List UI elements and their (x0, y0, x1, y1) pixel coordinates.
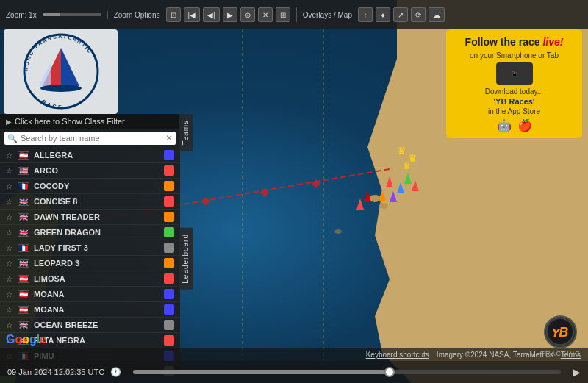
team-list-item[interactable]: ☆ 🇬🇧 OCEAN BREEZE (0, 318, 180, 333)
leaderboard-tab[interactable]: Leaderboard (179, 228, 193, 290)
team-star: ☆ (6, 167, 13, 175)
team-star: ☆ (6, 151, 13, 160)
overlay-btn4[interactable]: ⟳ (411, 7, 426, 22)
rorc-logo: RORC TRANSATLANTIC RACE (4, 29, 118, 114)
team-flag: 🇬🇧 (18, 198, 29, 206)
team-list-item[interactable]: ☆ 🇫🇷 COCODY (0, 179, 180, 194)
team-flag: 🇬🇧 (18, 259, 29, 268)
zoom-in-btn[interactable]: |◀ (184, 7, 201, 22)
team-star: ☆ (6, 244, 13, 252)
android-icon: 🤖 (497, 118, 512, 132)
team-flag: 🇫🇷 (18, 244, 29, 252)
team-name: OCEAN BREEZE (34, 321, 159, 329)
overlays-section: Overlays / Map ↑ ♦ ↗ ⟳ ☁ (303, 7, 451, 22)
team-name: DAWN TREADER (34, 212, 159, 221)
zoom-prev-btn[interactable]: ◀| (203, 7, 220, 22)
timeline-thumb (384, 367, 395, 377)
team-flag: 🇬🇧 (18, 213, 29, 221)
team-list-item[interactable]: ☆ 🇦🇹 LIMOSA (0, 271, 180, 287)
zoom-add-btn[interactable]: ⊕ (240, 7, 255, 22)
team-list-item[interactable]: ☆ 🇫🇷 LADY FIRST 3 (0, 240, 180, 256)
ad-banner: Follow the race live! on your Smartphone… (446, 29, 582, 138)
team-star: ☆ (6, 229, 13, 237)
svg-text:ʏB: ʏB (551, 325, 569, 340)
team-list-item[interactable]: ☆ 🇦🇹 MOANA (0, 287, 180, 302)
team-list-item[interactable]: ☆ 🇬🇧 LEOPARD 3 (0, 256, 180, 271)
overlay-btn5[interactable]: ☁ (429, 7, 445, 22)
team-flag: 🇬🇧 (18, 321, 29, 329)
team-color-swatch (164, 150, 174, 160)
team-star: ☆ (6, 306, 13, 314)
chevron-icon: ▶ (6, 118, 12, 126)
team-list-item[interactable]: ☆ 🇬🇧 GREEN DRAGON (0, 225, 180, 240)
team-color-swatch (164, 243, 174, 253)
team-star: ☆ (6, 290, 13, 298)
team-name: PATA NEGRA (34, 336, 159, 345)
team-color-swatch (164, 227, 174, 237)
team-flag: 🇺🇸 (18, 167, 29, 175)
search-icon: 🔍 (7, 134, 18, 143)
overlays-label: Overlays / Map (303, 11, 352, 19)
clock-icon: 🕐 (110, 367, 121, 377)
team-color-swatch (164, 273, 174, 284)
zoom-fit-btn[interactable]: ⊡ (166, 7, 181, 22)
rorc-svg: RORC TRANSATLANTIC RACE (10, 33, 112, 110)
ad-app-name: 'YB Races' (453, 97, 575, 106)
team-color-swatch (164, 258, 174, 268)
teams-tab[interactable]: Teams (179, 114, 193, 151)
overlay-btn1[interactable]: ↑ (358, 7, 373, 22)
team-list-item[interactable]: ☆ 🇺🇸 ARGO (0, 163, 180, 179)
search-input[interactable] (21, 134, 162, 143)
ad-store-icons: 🤖 🍎 (453, 118, 575, 132)
team-color-swatch (164, 165, 174, 176)
team-flag: 🇦🇹 (18, 151, 29, 160)
imagery-credit: Imagery ©2024 NASA, TerraMetrics (437, 351, 553, 359)
rorc-inner: RORC TRANSATLANTIC RACE (10, 33, 112, 110)
overlay-btn2[interactable]: ♦ (376, 7, 390, 22)
zoom-options-section: Zoom Options ⊡ |◀ ◀| ▶ ⊕ ✕ ⊞ (114, 7, 297, 22)
clear-search-icon[interactable]: ✕ (165, 133, 173, 143)
toolbar: Zoom: 1x Zoom Options ⊡ |◀ ◀| ▶ ⊕ ✕ ⊞ Ov… (0, 0, 588, 29)
google-logo: Google (6, 333, 46, 346)
team-name: CONCISE 8 (34, 197, 159, 206)
yb-tracking-logo: ʏB TRACKING (540, 315, 581, 357)
search-box: 🔍 ✕ (4, 132, 176, 145)
team-star: ☆ (6, 182, 13, 190)
team-flag: 🇬🇧 (18, 229, 29, 237)
team-color-swatch (164, 196, 174, 207)
timeline-track[interactable] (133, 370, 561, 374)
keyboard-shortcuts[interactable]: Keyboard shortcuts (366, 351, 429, 359)
team-color-swatch (164, 181, 174, 191)
team-list-item[interactable]: ☆ 🇦🇹 MOANA (0, 302, 180, 318)
zoom-slider[interactable] (43, 13, 101, 16)
team-name: MOANA (34, 290, 159, 298)
team-name: COCODY (34, 182, 159, 190)
team-name: GREEN DRAGON (34, 228, 159, 237)
ad-phone: 📱 (496, 62, 533, 85)
zoom-play-btn[interactable]: ▶ (223, 7, 237, 22)
team-list-item[interactable]: ☆ 🇦🇹 ALLEGRA (0, 148, 180, 163)
team-star: ☆ (6, 213, 13, 221)
zoom-close-btn[interactable]: ✕ (258, 7, 273, 22)
sidebar-header[interactable]: ▶ Click here to Show Class Filter (0, 114, 180, 129)
team-name: MOANA (34, 305, 159, 314)
team-star: ☆ (6, 275, 13, 283)
zoom-grid-btn[interactable]: ⊞ (276, 7, 290, 22)
overlay-btn3[interactable]: ↗ (393, 7, 408, 22)
team-color-swatch (164, 335, 174, 346)
team-flag: 🇦🇹 (18, 290, 29, 298)
bottom-bar: 09 Jan 2024 12:02:35 UTC 🕐 ▶ (0, 361, 588, 383)
play-icon[interactable]: ▶ (573, 366, 581, 378)
yb-tracking-text: TRACKING (540, 350, 581, 357)
ad-store: in the App Store (453, 107, 575, 115)
timeline-fill (133, 370, 390, 374)
apple-icon: 🍎 (517, 118, 532, 132)
ad-subtitle: on your Smartphone or Tab (453, 51, 575, 60)
ad-download: Download today... (453, 87, 575, 96)
team-star: ☆ (6, 321, 13, 329)
zoom-section: Zoom: 1x (6, 11, 108, 19)
team-list-item[interactable]: ☆ 🇬🇧 DAWN TREADER (0, 210, 180, 225)
team-color-swatch (164, 320, 174, 330)
team-name: ARGO (34, 166, 159, 175)
team-list-item[interactable]: ☆ 🇬🇧 CONCISE 8 (0, 194, 180, 210)
